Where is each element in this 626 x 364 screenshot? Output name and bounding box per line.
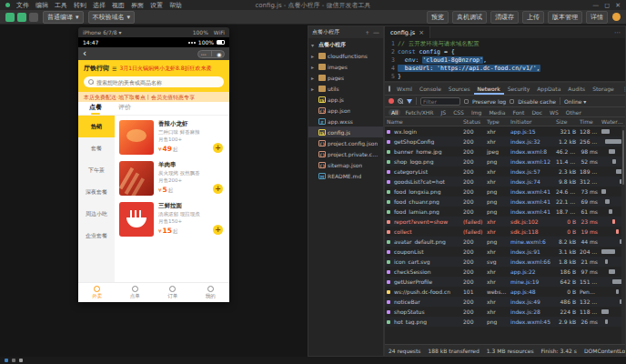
back-icon[interactable]: ‹ [83, 49, 86, 58]
network-request-row[interactable]: icon_cart.svg200svgindex.wxml:661.8 kB21… [385, 257, 625, 267]
network-request-row[interactable]: checkSession200xhrapp.js:22186 B97 ms [385, 267, 625, 277]
network-select[interactable]: WiFi [214, 29, 225, 35]
simulator-toggle[interactable] [5, 13, 15, 22]
menu-item-视图[interactable]: 视图 [112, 1, 125, 10]
toolbar-button-预览[interactable]: 预览 [427, 11, 449, 24]
network-request-row[interactable]: getShopConfig200xhrindex.js:321.2 kB256 … [385, 136, 625, 147]
request-initiator[interactable]: mine.js:19 [509, 278, 554, 285]
terminal-icon[interactable] [12, 359, 15, 362]
devtools-kebab-icon[interactable]: ⋮ [620, 86, 626, 92]
new-file-icon[interactable]: ＋ [364, 28, 370, 37]
zoom-select[interactable]: 100% [193, 29, 208, 35]
user-avatar[interactable] [612, 13, 621, 21]
filter-chip-fetch/xhr[interactable]: Fetch/XHR [402, 109, 436, 116]
tree-item-README.md[interactable]: MREADME.md [308, 170, 383, 181]
tree-item-images[interactable]: ▸images [308, 61, 383, 72]
tree-item-cloudfunctions[interactable]: ▸cloudfunctions [308, 50, 383, 61]
food-item[interactable]: 三鲜拉面汤底浓郁 现拉现煮月售150+¥15起+ [119, 202, 225, 237]
column-header-name[interactable]: Name [385, 118, 461, 125]
tabbar-item-我的[interactable]: 我的 [192, 283, 230, 302]
food-item[interactable]: 香辣小龙虾三种口味 鲜香麻辣月售100+¥49起+ [119, 120, 225, 155]
network-request-row[interactable]: hot_tag.png200pngindex.wxml:452.9 kB26 m… [385, 317, 625, 327]
tree-item-config.js[interactable]: JSconfig.js [308, 126, 383, 137]
filter-chip-css[interactable]: CSS [450, 109, 467, 116]
record-icon[interactable] [389, 98, 394, 104]
request-initiator[interactable]: index.wxml:66 [509, 258, 554, 265]
column-header-waterfall[interactable]: Waterfall [600, 118, 625, 125]
add-to-cart-button[interactable]: + [213, 225, 223, 235]
request-initiator[interactable]: sdk.js:102 [509, 218, 554, 225]
devtools-tab-appdata[interactable]: AppData [533, 83, 564, 95]
menu-item-设置[interactable]: 设置 [150, 1, 163, 10]
network-request-row[interactable]: couponList200xhrindex.js:913.1 kB204 ms [385, 247, 625, 257]
network-request-row[interactable]: food_lamian.png200pngindex.wxml:4118.7 k… [385, 207, 625, 217]
menu-icon[interactable]: ☰ [112, 66, 116, 72]
filter-chip-doc[interactable]: Doc [529, 109, 545, 116]
network-request-row[interactable]: getUserProfile200xhrmine.js:19642 B151 m… [385, 277, 625, 287]
minimize-button[interactable]: — [592, 2, 599, 9]
toolbar-button-真机调试[interactable]: 真机调试 [452, 11, 487, 24]
network-request-row[interactable]: ws://push.dc-food.cn101websocketapp.js:4… [385, 287, 625, 297]
preserve-log-checkbox[interactable] [464, 99, 469, 104]
request-initiator[interactable]: app.js:48 [509, 288, 554, 295]
column-header-initiator[interactable]: Initiator [509, 118, 554, 125]
scrollbar[interactable] [621, 126, 625, 344]
tree-item-utils[interactable]: ▸utils [308, 83, 383, 94]
code-area[interactable]: 12345 // 云开发环境与请求域名配置const config = { en… [385, 38, 625, 81]
request-initiator[interactable]: sdk.js:118 [509, 228, 554, 235]
network-request-row[interactable]: food_longxia.png200pngindex.wxml:4124.6 … [385, 187, 625, 197]
category-周边小吃[interactable]: 周边小吃 [78, 203, 115, 225]
network-request-row[interactable]: collect(failed)xhrsdk.js:1180 B19 ms [385, 227, 625, 237]
maximize-button[interactable]: ◻ [604, 2, 610, 9]
tree-item-sitemap.json[interactable]: {}sitemap.json [308, 159, 383, 170]
request-initiator[interactable]: index.js:74 [509, 178, 554, 185]
editor-toggle[interactable] [17, 13, 26, 22]
toolbar-button-清缓存[interactable]: 清缓存 [490, 11, 519, 24]
menu-item-界面[interactable]: 界面 [131, 1, 144, 10]
menu-item-帮助[interactable]: 帮助 [169, 1, 182, 10]
disable-cache-checkbox[interactable] [510, 99, 514, 104]
network-request-row[interactable]: categoryList200xhrindex.js:572.3 kB189 m… [385, 167, 625, 177]
network-request-row[interactable]: banner_home.jpg200jpegindex.wxml:846.2 k… [385, 147, 625, 157]
tabbar-item-外卖[interactable]: 外卖 [78, 283, 116, 302]
category-下午茶[interactable]: 下午茶 [78, 159, 115, 181]
request-initiator[interactable]: app.js:15 [509, 128, 554, 135]
wechat-capsule[interactable]: ⋯◉ [197, 50, 225, 58]
column-header-status[interactable]: Status [461, 118, 485, 125]
devtools-tab-console[interactable]: Console [416, 83, 445, 95]
device-select[interactable]: iPhone 6/7/8 ▾ [83, 29, 122, 35]
category-深夜套餐[interactable]: 深夜套餐 [78, 181, 115, 203]
devtools-tab-storage[interactable]: Storage [589, 83, 617, 95]
filter-chip-ws[interactable]: WS [547, 109, 561, 116]
tree-root[interactable]: ▾点餐小程序 [308, 39, 383, 50]
inspector-toggle[interactable] [29, 13, 38, 22]
browser-icon[interactable] [19, 359, 23, 362]
home-circle-icon[interactable]: ◉ [217, 51, 221, 57]
filter-icon[interactable] [407, 99, 412, 104]
food-item[interactable]: 羊肉串炭火现烤 孜然飘香月售200+¥5起+ [119, 161, 225, 196]
devtools-tab-sources[interactable]: Sources [445, 83, 474, 95]
add-to-cart-button[interactable]: + [213, 184, 223, 194]
close-tab-icon[interactable]: × [419, 29, 424, 36]
menu-item-工具[interactable]: 工具 [55, 1, 67, 10]
tab-评价[interactable]: 评价 [118, 103, 131, 115]
network-request-row[interactable]: report?event=show(failed)xhrsdk.js:1020 … [385, 217, 625, 227]
throttle-select[interactable]: Online ▾ [564, 98, 586, 105]
network-request-row[interactable]: food_chuanr.png200pngindex.wxml:4122.1 k… [385, 197, 625, 207]
toolbar-button-版本管理[interactable]: 版本管理 [548, 11, 582, 24]
search-bar[interactable] [84, 76, 224, 87]
category-热销[interactable]: 热销 [78, 116, 115, 137]
request-initiator[interactable]: index.js:91 [509, 248, 554, 255]
menu-item-选择[interactable]: 选择 [93, 1, 106, 10]
add-to-cart-button[interactable]: + [213, 143, 223, 153]
devtools-tab-wxml[interactable]: Wxml [393, 83, 416, 95]
tree-item-project.private.config.json[interactable]: {}project.private.config.json [308, 148, 383, 159]
column-header-type[interactable]: Type [485, 118, 509, 125]
menu-item-文件[interactable]: 文件 [16, 1, 29, 10]
network-request-row[interactable]: wx.login200xhrapp.js:15321 B128 ms [385, 126, 625, 136]
filter-chip-all[interactable]: All [389, 109, 400, 116]
filter-chip-font[interactable]: Font [510, 109, 527, 116]
toolbar-button-详情[interactable]: 详情 [586, 11, 608, 24]
more-icon[interactable]: ⋯ [201, 51, 207, 57]
menu-item-编辑[interactable]: 编辑 [35, 1, 48, 10]
